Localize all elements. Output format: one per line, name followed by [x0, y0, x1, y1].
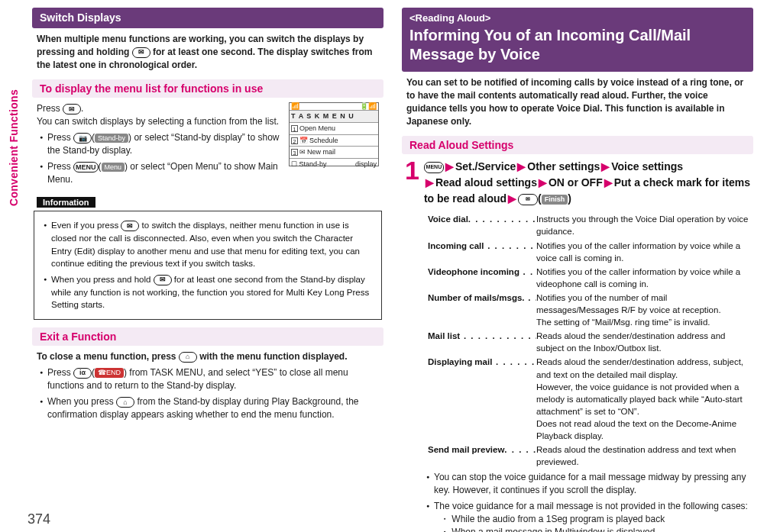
menu-list-body: 📶🔋📶 T A S K M E N U 1Open Menu 2📅Schedul…	[32, 102, 384, 186]
left-column: Switch Displays When multiple menu funct…	[28, 0, 388, 532]
menu-key-icon: MENU	[73, 162, 99, 172]
setting-description: Instructs you through the Voice Dial ope…	[536, 213, 750, 237]
multi-key-icon: ✉	[132, 47, 150, 58]
setting-row: Mail list . . . . . . . . . . . . . . . …	[428, 330, 750, 354]
setting-label: Videophone incoming . . . .	[428, 266, 536, 290]
right-column: <Reading Aloud> Informing You of an Inco…	[397, 0, 758, 532]
setting-row: Incoming call . . . . . . . . . . . .Not…	[428, 240, 750, 264]
setting-label: Displaying mail . . . . . . . . . .	[428, 356, 536, 442]
mail-key-icon: ✉	[518, 194, 538, 205]
exit-body: To close a menu function, press ⌂ with t…	[32, 350, 384, 421]
subheading-menu-list: To display the menu list for functions i…	[32, 79, 384, 98]
ir-key-icon: iα	[73, 368, 92, 379]
reading-aloud-intro: You can set to be notified of incoming c…	[402, 76, 753, 128]
bullet-standby: Press 📷(Stand-by) or select “Stand-by di…	[47, 131, 379, 157]
setting-label: Number of mails/msgs. . . .	[428, 292, 536, 328]
multi-key-icon: ✉	[121, 221, 139, 231]
setting-label: Voice dial. . . . . . . . . . . . . . .	[428, 213, 536, 237]
setting-label: Send mail preview. . . . . . . .	[428, 443, 536, 468]
subheading-exit: Exit a Function	[32, 327, 384, 346]
camera-key-icon: 📷	[73, 133, 92, 143]
section-tab: Convenient Functions	[8, 89, 20, 206]
setting-row: Number of mails/msgs. . . .Notifies you …	[428, 292, 750, 328]
multi-key-icon: ✉	[63, 104, 81, 114]
intro-text: When multiple menu functions are working…	[32, 33, 384, 72]
setting-row: Videophone incoming . . . .Notifies you …	[428, 266, 750, 290]
step-number: 1	[405, 159, 419, 207]
setting-label: Incoming call . . . . . . . . . . . .	[428, 240, 536, 264]
setting-description: Reads aloud the sender/destination addre…	[536, 356, 750, 442]
notes: You can stop the voice guidance for a ma…	[402, 471, 753, 532]
menu-key-icon: MENU	[424, 162, 444, 173]
setting-row: Voice dial. . . . . . . . . . . . . . .I…	[428, 213, 750, 237]
heading-switch-displays: Switch Displays	[32, 8, 384, 28]
heading-reading-aloud: <Reading Aloud> Informing You of an Inco…	[402, 8, 753, 72]
setting-description: Notifies you of the caller information b…	[536, 240, 750, 264]
setting-row: Send mail preview. . . . . . . .Reads al…	[428, 443, 750, 468]
information-box: Even if you press ✉ to switch the displa…	[34, 211, 382, 320]
end-key-icon: ⌂	[179, 352, 197, 363]
setting-label: Mail list . . . . . . . . . . . . . . . …	[428, 330, 536, 354]
setting-description: Notifies you of the number of mail messa…	[536, 292, 750, 328]
multi-key-icon: ✉	[154, 275, 172, 285]
settings-table: Voice dial. . . . . . . . . . . . . . .I…	[402, 207, 753, 468]
step-1: 1 MENU▶Set./Service▶Other settings▶Voice…	[402, 159, 753, 207]
setting-description: Reads aloud the destination address and …	[536, 443, 750, 468]
information-label: Information	[37, 197, 95, 208]
setting-description: Notifies you of the caller information b…	[536, 266, 750, 290]
setting-row: Displaying mail . . . . . . . . . .Reads…	[428, 356, 750, 442]
page-number: 374	[28, 511, 50, 527]
subheading-read-aloud-settings: Read Aloud Settings	[402, 136, 753, 154]
end-key-icon: ⌂	[116, 397, 134, 408]
bullet-open-menu: Press MENU(Menu) or select “Open Menu” t…	[47, 160, 379, 186]
setting-description: Reads aloud the sender/destination addre…	[536, 330, 750, 354]
